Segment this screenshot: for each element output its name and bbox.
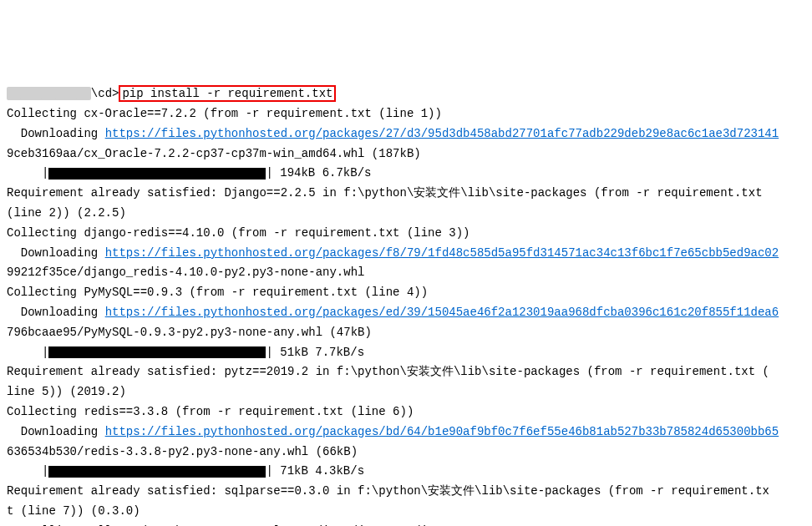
- obscured-path: ____________: [7, 87, 91, 100]
- download-link[interactable]: https://files.pythonhosted.org/packages/…: [105, 127, 779, 140]
- download-link[interactable]: https://files.pythonhosted.org/packages/…: [105, 306, 779, 319]
- output-line: (line 2)) (2.2.5): [7, 206, 126, 220]
- output-line: line 5)) (2019.2): [7, 385, 126, 398]
- output-line: Requirement already satisfied: pytz==201…: [7, 365, 769, 378]
- output-line: |: [7, 346, 48, 359]
- output-line: Downloading: [7, 425, 105, 438]
- terminal-output: ____________\cd>pip install -r requireme…: [7, 87, 779, 526]
- output-line: |: [7, 166, 48, 180]
- output-line: 796bcaae95/PyMySQL-0.9.3-py2.py3-none-an…: [7, 326, 372, 339]
- output-line: t (line 7)) (0.3.0): [7, 504, 140, 518]
- output-line: 99212f35ce/django_redis-4.10.0-py2.py3-n…: [7, 266, 364, 279]
- progress-bar: [48, 346, 266, 358]
- command-highlight: pip install -r requirement.txt: [119, 85, 336, 102]
- output-line: Downloading: [7, 306, 105, 319]
- download-link[interactable]: https://files.pythonhosted.org/packages/…: [105, 246, 779, 260]
- output-line: | 194kB 6.7kB/s: [266, 166, 371, 180]
- output-line: 9ceb3169aa/cx_Oracle-7.2.2-cp37-cp37m-wi…: [7, 147, 421, 160]
- output-line: 636534b530/redis-3.3.8-py2.py3-none-any.…: [7, 445, 358, 458]
- output-line: Requirement already satisfied: Django==2…: [7, 186, 763, 200]
- output-line: |: [7, 464, 48, 478]
- output-line: Collecting cx-Oracle==7.2.2 (from -r req…: [7, 107, 442, 120]
- progress-bar: [48, 466, 266, 478]
- output-line: Collecting PyMySQL==0.9.3 (from -r requi…: [7, 286, 428, 299]
- download-link[interactable]: https://files.pythonhosted.org/packages/…: [105, 425, 779, 438]
- output-line: | 71kB 4.3kB/s: [266, 464, 364, 478]
- output-line: Requirement already satisfied: sqlparse=…: [7, 484, 769, 498]
- output-line: Downloading: [7, 127, 105, 140]
- output-line: Collecting redis==3.3.8 (from -r require…: [7, 405, 414, 418]
- prompt-path-suffix: \cd>: [91, 87, 119, 100]
- output-line: Collecting django-redis==4.10.0 (from -r…: [7, 226, 470, 240]
- progress-bar: [48, 168, 266, 180]
- output-line: | 51kB 7.7kB/s: [266, 346, 364, 359]
- output-line: Downloading: [7, 246, 105, 260]
